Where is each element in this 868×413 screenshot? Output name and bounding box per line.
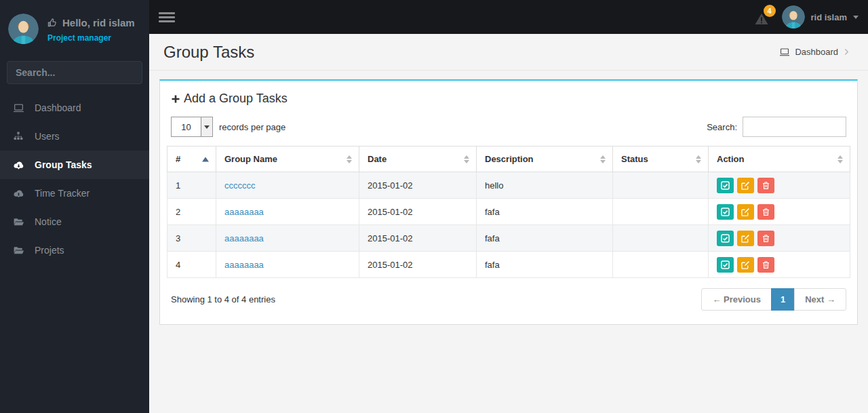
breadcrumb[interactable]: Dashboard (779, 47, 849, 58)
edit-button[interactable] (737, 204, 754, 220)
column-header-group-name[interactable]: Group Name (216, 146, 359, 172)
delete-button[interactable] (757, 178, 774, 193)
sidebar-item-label: Time Tracker (35, 188, 90, 199)
cell-num: 3 (167, 225, 216, 252)
trash-icon (762, 234, 770, 243)
trash-icon (762, 181, 770, 190)
cell-num: 1 (167, 172, 216, 199)
per-page-control: 10 records per page (171, 117, 285, 137)
approve-button[interactable] (717, 231, 734, 246)
sidebar: Hello, rid islam Project manager Dashboa… (0, 0, 149, 413)
records-per-page-value: 10 (172, 117, 201, 136)
sort-both-icon (600, 155, 606, 163)
notifications-button[interactable]: 4 (755, 9, 768, 25)
username-label: rid islam (811, 12, 847, 22)
column-header-description[interactable]: Description (477, 146, 613, 172)
column-label: Action (717, 154, 744, 164)
delete-button[interactable] (757, 204, 774, 220)
delete-button[interactable] (757, 231, 774, 246)
panel-heading-text: Add a Group Tasks (184, 92, 288, 106)
notification-badge: 4 (764, 5, 776, 17)
panel-heading: Add a Group Tasks (171, 92, 850, 106)
trash-icon (762, 260, 770, 269)
table-search-input[interactable] (743, 117, 846, 137)
laptop-icon (12, 102, 24, 114)
sidebar-search-input[interactable] (7, 62, 142, 83)
column-label: Status (621, 154, 648, 164)
hamburger-menu-button[interactable] (159, 10, 175, 24)
user-greeting-text: Hello, rid islam (62, 17, 135, 28)
approve-button[interactable] (717, 204, 734, 220)
cell-action (709, 199, 850, 225)
showing-entries-text: Showing 1 to 4 of 4 entries (171, 294, 275, 304)
column-header-num[interactable]: # (167, 146, 216, 172)
pagination-previous[interactable]: ← Previous (701, 288, 772, 311)
group-name-link[interactable]: ccccccc (224, 180, 256, 191)
caret-down-icon (853, 16, 859, 19)
group-tasks-table: # Group Name Date Description Status Act… (167, 146, 850, 278)
cell-description: fafa (477, 199, 613, 225)
sidebar-user-text: Hello, rid islam Project manager (47, 14, 135, 43)
sidebar-item-users[interactable]: Users (0, 122, 149, 151)
table-footer: Showing 1 to 4 of 4 entries ← Previous 1… (171, 288, 846, 311)
chevron-right-icon (844, 48, 849, 56)
cell-description: fafa (477, 225, 613, 252)
cell-action (709, 252, 850, 278)
sidebar-item-label: Dashboard (35, 102, 81, 113)
group-name-link[interactable]: aaaaaaaa (224, 260, 264, 270)
table-row: 2 aaaaaaaa 2015-01-02 fafa (167, 199, 850, 225)
pagination-page-1[interactable]: 1 (771, 288, 795, 311)
content-area: Group Tasks Dashboard Add a Group Tasks … (149, 34, 868, 413)
column-header-status[interactable]: Status (613, 146, 709, 172)
sidebar-item-projets[interactable]: Projets (0, 236, 149, 264)
edit-pencil-icon (741, 181, 750, 190)
user-menu[interactable]: rid islam (782, 5, 859, 28)
sidebar-menu: Dashboard Users Group Tasks Time Tracker… (0, 94, 149, 264)
column-label: # (176, 154, 180, 164)
sort-both-icon (837, 155, 843, 163)
check-square-icon (721, 234, 730, 243)
edit-button[interactable] (737, 178, 754, 193)
sidebar-search (7, 61, 142, 84)
plus-icon (171, 94, 180, 104)
check-square-icon (721, 208, 730, 216)
cell-date: 2015-01-02 (359, 199, 477, 225)
edit-button[interactable] (737, 257, 754, 273)
table-controls: 10 records per page Search: (171, 117, 846, 137)
sidebar-item-label: Users (35, 131, 60, 142)
edit-pencil-icon (741, 234, 750, 243)
user-greeting: Hello, rid islam (47, 17, 135, 28)
approve-button[interactable] (717, 178, 734, 193)
select-arrow-icon (201, 117, 212, 136)
sidebar-item-group-tasks[interactable]: Group Tasks (0, 151, 149, 179)
approve-button[interactable] (717, 257, 734, 273)
edit-button[interactable] (737, 231, 754, 246)
pagination-next[interactable]: Next → (794, 288, 846, 311)
column-header-date[interactable]: Date (359, 146, 477, 172)
column-header-action[interactable]: Action (709, 146, 850, 172)
group-name-link[interactable]: aaaaaaaa (224, 207, 264, 217)
cell-date: 2015-01-02 (359, 172, 477, 199)
topbar: 4 rid islam (149, 0, 868, 34)
sort-both-icon (696, 155, 701, 163)
breadcrumb-label: Dashboard (795, 47, 838, 57)
sidebar-item-dashboard[interactable]: Dashboard (0, 94, 149, 122)
topbar-right: 4 rid islam (755, 5, 859, 28)
sidebar-user-panel: Hello, rid islam Project manager (0, 0, 149, 51)
table-search-control: Search: (707, 117, 846, 137)
sidebar-item-label: Group Tasks (35, 159, 92, 170)
cell-group-name: aaaaaaaa (216, 199, 359, 225)
records-per-page-select[interactable]: 10 (171, 117, 213, 137)
cell-description: fafa (477, 252, 613, 278)
group-name-link[interactable]: aaaaaaaa (224, 233, 264, 243)
delete-button[interactable] (757, 257, 774, 273)
sidebar-item-notice[interactable]: Notice (0, 208, 149, 236)
sort-both-icon (347, 155, 352, 163)
cell-status (613, 172, 709, 199)
thumbs-up-icon (47, 18, 58, 28)
cell-date: 2015-01-02 (359, 225, 477, 252)
sidebar-item-label: Notice (35, 216, 62, 227)
table-row: 4 aaaaaaaa 2015-01-02 fafa (167, 252, 850, 278)
group-tasks-panel: Add a Group Tasks 10 records per page Se… (159, 79, 858, 325)
sidebar-item-time-tracker[interactable]: Time Tracker (0, 179, 149, 208)
